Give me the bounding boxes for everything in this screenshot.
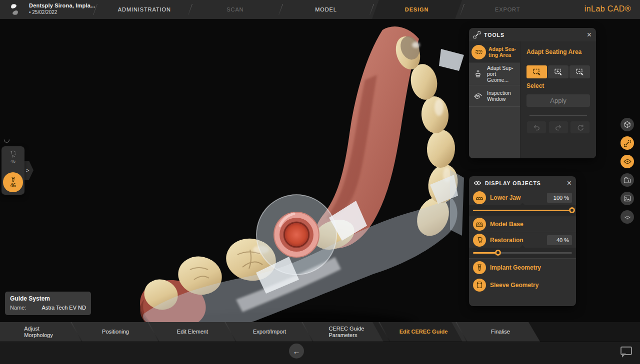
toolbox-expand-button[interactable]: >	[24, 161, 34, 180]
sleeve-geometry-icon[interactable]	[473, 279, 486, 292]
guide-name-value: Astra Tech EV ND	[42, 305, 86, 311]
tool-item-adapt-seating-area[interactable]: Adapt Sea-ting Area	[469, 41, 520, 63]
reset-button[interactable]	[570, 121, 590, 133]
view-options-button[interactable]	[620, 118, 634, 131]
dental-arch-model	[130, 20, 475, 332]
adapt-seating-area-icon	[472, 45, 486, 59]
tab-scan[interactable]: SCAN	[190, 0, 281, 19]
screenshot-button[interactable]	[620, 192, 634, 205]
step-export-import[interactable]: Export/Import	[231, 322, 308, 342]
tooth-46-restoration-item[interactable]: 46	[8, 150, 18, 164]
folder-info-icon	[624, 177, 631, 184]
select-add-mode-button[interactable]	[548, 65, 568, 78]
restoration-slider-track[interactable]	[473, 252, 572, 254]
implant-number: 46	[10, 183, 16, 188]
implant-icon	[10, 176, 16, 183]
guide-system-box: Guide System Name: Astra Tech EV ND	[5, 292, 91, 315]
sleeve-geometry-label: Sleeve Geometry	[490, 282, 572, 289]
display-objects-toggle-button[interactable]	[620, 155, 634, 168]
step-edit-cerec-guide[interactable]: Edit CEREC Guide	[385, 322, 462, 342]
lower-jaw-icon[interactable]	[473, 191, 486, 204]
lower-jaw-slider-track[interactable]	[473, 210, 572, 211]
inspection-window-icon	[472, 92, 484, 99]
implant-geometry-label: Implant Geometry	[490, 264, 572, 271]
restoration-value[interactable]: 40 %	[547, 235, 572, 245]
case-name: Dentsply Sirona, Impla...	[29, 2, 96, 8]
case-date: • 25/02/2022	[29, 9, 96, 15]
implant-sleeve	[274, 212, 319, 257]
lower-jaw-label: Lower Jaw	[490, 194, 543, 201]
tool-item-inspection-window[interactable]: InspectionWindow	[469, 85, 520, 107]
implant-46-item[interactable]: 46	[3, 172, 23, 192]
tools-panel-header: TOOLS ×	[469, 28, 596, 41]
guide-system-title: Guide System	[10, 295, 86, 302]
adapt-support-geometry-icon	[472, 69, 484, 78]
wrench-icon	[624, 140, 631, 147]
tools-toggle-button[interactable]	[620, 136, 634, 150]
wrench-icon	[474, 31, 480, 38]
tools-nav: Adapt Sea-ting Area Adapt Sup-port Geome…	[469, 41, 520, 158]
case-details-button[interactable]	[620, 173, 634, 187]
footer-bar: ←	[0, 342, 640, 364]
apply-button[interactable]: Apply	[526, 94, 590, 107]
lower-jaw-slider[interactable]	[469, 205, 576, 216]
chat-icon[interactable]	[620, 347, 632, 355]
tool-item-adapt-support-geometry[interactable]: Adapt Sup-port Geome...	[469, 63, 520, 85]
eye-icon	[624, 159, 632, 164]
implant-geometry-icon[interactable]	[473, 261, 486, 274]
step-positioning[interactable]: Positioning	[77, 322, 154, 342]
step-edit-element[interactable]: Edit Element	[154, 322, 231, 342]
lower-jaw-slider-knob[interactable]	[569, 207, 575, 213]
model-viewport[interactable]	[130, 20, 475, 332]
dentsply-sirona-logo	[8, 3, 21, 16]
select-label: Select	[526, 82, 590, 89]
tab-export[interactable]: EXPORT	[462, 0, 553, 19]
slider-notch	[520, 203, 525, 205]
slider-notch	[520, 245, 525, 248]
hand-tray-icon	[624, 214, 632, 220]
restoration-slider-fill	[473, 252, 498, 254]
tab-design[interactable]: DESIGN	[372, 0, 462, 19]
display-panel-title: DISPLAY OBJECTS	[485, 180, 564, 186]
undo-button[interactable]	[527, 121, 546, 133]
tab-administration[interactable]: ADMINISTRATION	[99, 0, 190, 19]
back-button[interactable]: ←	[289, 344, 304, 359]
restoration-label: Restoration	[490, 237, 543, 244]
row-implant-geometry: Implant Geometry	[469, 259, 576, 276]
service-button[interactable]	[620, 210, 634, 224]
tools-close-icon[interactable]: ×	[587, 31, 592, 39]
bottom-step-bar: AdjustMorphology Positioning Edit Elemen…	[0, 322, 640, 342]
history-buttons	[526, 121, 590, 133]
chevron-right-icon: >	[26, 167, 29, 173]
display-close-icon[interactable]: ×	[567, 179, 572, 187]
lower-jaw-slider-fill	[473, 210, 572, 211]
display-panel-header: DISPLAY OBJECTS ×	[469, 176, 576, 190]
select-remove-mode-button[interactable]	[570, 65, 590, 78]
step-finalise[interactable]: Finalise	[462, 322, 539, 342]
redo-button[interactable]	[549, 121, 568, 133]
step-cerec-guide-parameters[interactable]: CEREC GuideParameters	[308, 322, 385, 342]
right-toolbar	[620, 118, 634, 224]
inlab-cad-window: Dentsply Sirona, Impla... • 25/02/2022 A…	[0, 0, 640, 364]
tab-model[interactable]: MODEL	[280, 0, 372, 19]
display-objects-panel: DISPLAY OBJECTS × Lower Jaw 100 % Model …	[469, 176, 576, 306]
restoration-slider-knob[interactable]	[495, 250, 501, 256]
detail-divider	[530, 115, 587, 116]
image-icon	[624, 195, 631, 202]
model-base-icon[interactable]	[473, 218, 486, 231]
step-adjust-morphology[interactable]: AdjustMorphology	[0, 322, 77, 342]
restoration-slider[interactable]	[469, 248, 576, 258]
lower-jaw-value[interactable]: 100 %	[547, 193, 572, 203]
case-selector[interactable]: Dentsply Sirona, Impla... • 25/02/2022	[29, 2, 96, 15]
app-brand: inLab CAD®	[584, 4, 631, 13]
eye-icon	[474, 180, 482, 186]
tools-panel: TOOLS × Adapt Sea-ting Area Adapt Sup-po…	[469, 28, 596, 158]
detail-title: Adapt Seating Area	[526, 48, 590, 55]
guide-name-label: Name:	[10, 305, 26, 311]
tools-nav-filler	[469, 107, 520, 158]
row-model-base: Model Base	[469, 216, 576, 232]
model-base-label: Model Base	[490, 221, 572, 228]
select-mode-button[interactable]	[526, 65, 547, 78]
restoration-icon[interactable]	[473, 234, 486, 247]
tooth-number: 46	[10, 159, 16, 164]
